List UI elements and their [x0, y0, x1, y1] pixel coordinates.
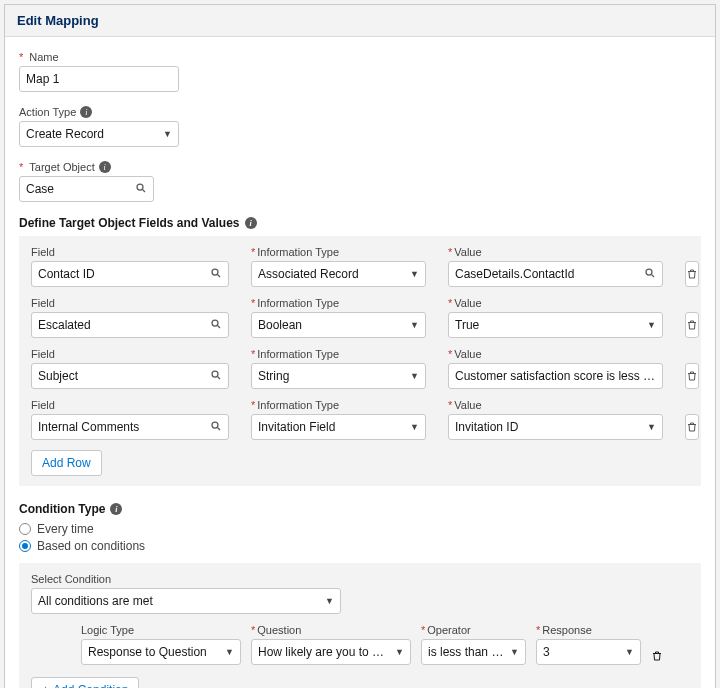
field-lookup[interactable]: Escalated [31, 312, 229, 338]
info-type-select[interactable]: Boolean ▼ [251, 312, 426, 338]
svg-line-1 [143, 189, 146, 192]
plus-icon: + [42, 683, 49, 688]
svg-line-9 [218, 376, 221, 379]
chevron-down-icon: ▼ [163, 129, 172, 139]
info-icon[interactable]: i [99, 161, 111, 173]
chevron-down-icon: ▼ [647, 320, 656, 330]
field-lookup[interactable]: Internal Comments [31, 414, 229, 440]
radio-every-time[interactable]: Every time [19, 522, 701, 536]
select-condition-label: Select Condition [31, 573, 689, 585]
radio-based-on-conditions[interactable]: Based on conditions [19, 539, 701, 553]
search-icon [210, 369, 222, 384]
delete-row-button[interactable] [685, 312, 699, 338]
question-select[interactable]: How likely are you to recommend o… ▼ [251, 639, 411, 665]
svg-point-10 [212, 422, 218, 428]
value-select[interactable]: Invitation ID ▼ [448, 414, 663, 440]
chevron-down-icon: ▼ [625, 647, 634, 657]
chevron-down-icon: ▼ [410, 422, 419, 432]
name-input[interactable]: Map 1 [19, 66, 179, 92]
chevron-down-icon: ▼ [647, 422, 656, 432]
field-row: Field Contact ID Information Type Associ… [31, 246, 689, 287]
response-select[interactable]: 3 ▼ [536, 639, 641, 665]
info-type-select[interactable]: Invitation Field ▼ [251, 414, 426, 440]
field-row: Field Subject Information Type String ▼ … [31, 348, 689, 389]
info-type-select[interactable]: String ▼ [251, 363, 426, 389]
dialog-title: Edit Mapping [17, 13, 703, 28]
value-input[interactable]: Customer satisfaction score is less than… [448, 363, 663, 389]
info-icon[interactable]: i [245, 217, 257, 229]
delete-row-button[interactable] [685, 261, 699, 287]
svg-point-0 [137, 184, 143, 190]
field-row: Field Escalated Information Type Boolean… [31, 297, 689, 338]
chevron-down-icon: ▼ [395, 647, 404, 657]
value-lookup[interactable]: CaseDetails.ContactId [448, 261, 663, 287]
info-type-select[interactable]: Associated Record ▼ [251, 261, 426, 287]
radio-icon [19, 523, 31, 535]
delete-row-button[interactable] [685, 414, 699, 440]
chevron-down-icon: ▼ [225, 647, 234, 657]
action-type-label: Action Type i [19, 106, 701, 118]
field-row: Field Internal Comments Information Type… [31, 399, 689, 440]
operator-select[interactable]: is less than or equal … ▼ [421, 639, 526, 665]
delete-row-button[interactable] [685, 363, 699, 389]
svg-line-5 [652, 274, 655, 277]
search-icon [210, 318, 222, 333]
svg-point-2 [212, 269, 218, 275]
add-row-button[interactable]: Add Row [31, 450, 102, 476]
value-select[interactable]: True ▼ [448, 312, 663, 338]
add-condition-button[interactable]: + Add Condition [31, 677, 139, 688]
edit-mapping-dialog: Edit Mapping Name Map 1 Action Type i Cr… [4, 4, 716, 688]
chevron-down-icon: ▼ [410, 320, 419, 330]
dialog-header: Edit Mapping [5, 5, 715, 37]
search-icon [135, 182, 147, 197]
select-condition-dropdown[interactable]: All conditions are met ▼ [31, 588, 341, 614]
svg-line-7 [218, 325, 221, 328]
info-icon[interactable]: i [80, 106, 92, 118]
info-icon[interactable]: i [110, 503, 122, 515]
chevron-down-icon: ▼ [410, 269, 419, 279]
fields-panel: Field Contact ID Information Type Associ… [19, 236, 701, 486]
svg-line-11 [218, 427, 221, 430]
delete-condition-button[interactable] [651, 650, 663, 665]
dialog-body: Name Map 1 Action Type i Create Record ▼… [5, 37, 715, 688]
conditions-panel: Select Condition All conditions are met … [19, 563, 701, 688]
chevron-down-icon: ▼ [325, 596, 334, 606]
svg-point-6 [212, 320, 218, 326]
target-object-lookup[interactable]: Case [19, 176, 154, 202]
name-label: Name [19, 51, 701, 63]
fields-section-heading: Define Target Object Fields and Values i [19, 216, 701, 230]
search-icon [210, 267, 222, 282]
chevron-down-icon: ▼ [410, 371, 419, 381]
svg-line-3 [218, 274, 221, 277]
search-icon [644, 267, 656, 282]
logic-type-select[interactable]: Response to Question ▼ [81, 639, 241, 665]
chevron-down-icon: ▼ [510, 647, 519, 657]
field-lookup[interactable]: Subject [31, 363, 229, 389]
radio-icon [19, 540, 31, 552]
condition-row: Logic Type Response to Question ▼ Questi… [81, 624, 689, 665]
svg-point-4 [646, 269, 652, 275]
field-lookup[interactable]: Contact ID [31, 261, 229, 287]
condition-type-heading: Condition Type i [19, 502, 701, 516]
target-object-label: Target Object i [19, 161, 701, 173]
action-type-select[interactable]: Create Record ▼ [19, 121, 179, 147]
svg-point-8 [212, 371, 218, 377]
search-icon [210, 420, 222, 435]
